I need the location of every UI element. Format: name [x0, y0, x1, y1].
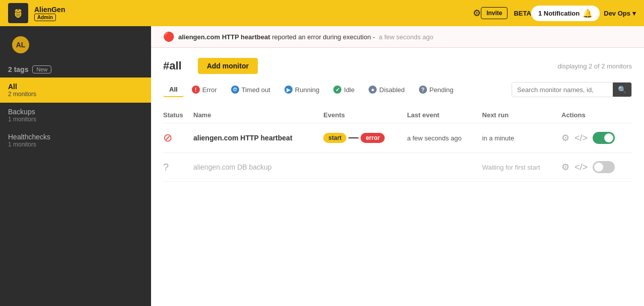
- event-error-badge: error: [361, 133, 385, 143]
- filter-timedout[interactable]: ⏱ Timed out: [225, 83, 276, 97]
- devops-button[interactable]: Dev Ops ▾: [604, 10, 636, 17]
- sidebar-item-backups[interactable]: Backups 1 monitors: [0, 103, 151, 128]
- main-layout: AL 2 tags New All 2 monitors Backups 1 m…: [0, 26, 644, 306]
- filter-all-label: All: [169, 86, 178, 93]
- sidebar-item-backups-name: Backups: [8, 108, 143, 116]
- row2-actions-cell: ⚙ </>: [561, 153, 632, 182]
- error-status-icon: ⊘: [163, 131, 172, 144]
- row1-events-cell: start error: [323, 123, 407, 153]
- sidebar-item-healthchecks-count: 1 monitors: [8, 141, 143, 148]
- filter-pending[interactable]: ? Pending: [413, 83, 460, 97]
- avatar: AL: [12, 36, 29, 53]
- search-box: 🔍: [512, 82, 632, 97]
- row1-last-event-cell: a few seconds ago: [407, 123, 482, 153]
- th-status: Status: [163, 107, 193, 123]
- row1-settings-icon[interactable]: ⚙: [561, 132, 569, 143]
- row1-status-cell: ⊘: [163, 123, 193, 153]
- table-row: ⊘ aliengen.com HTTP heartbeat start erro…: [163, 123, 632, 153]
- row1-actions-cell: ⚙ </>: [561, 123, 632, 153]
- filter-all[interactable]: All: [163, 83, 184, 97]
- notification-label: 1 Notification: [538, 10, 580, 17]
- row1-code-icon[interactable]: </>: [575, 133, 588, 143]
- sidebar-item-healthchecks[interactable]: Healthchecks 1 monitors: [0, 128, 151, 153]
- row2-settings-icon[interactable]: ⚙: [561, 162, 569, 173]
- filter-error[interactable]: ! Error: [186, 83, 223, 97]
- row2-name-cell: aliengen.com DB backup: [193, 153, 323, 182]
- displaying-label: displaying 2 of 2 monitors: [558, 62, 632, 70]
- top-bar: AlienGen Admin ⚙ Invite BETA 1 Notificat…: [0, 0, 644, 26]
- filter-disabled-label: Disabled: [379, 86, 405, 94]
- sidebar-item-all-count: 2 monitors: [8, 91, 143, 98]
- monitors-table: Status Name Events Last event Next run A…: [163, 107, 632, 182]
- sidebar-item-all-name: All: [8, 83, 143, 91]
- filter-disabled[interactable]: ● Disabled: [363, 83, 411, 97]
- sidebar-item-backups-count: 1 monitors: [8, 116, 143, 123]
- add-monitor-button[interactable]: Add monitor: [198, 58, 258, 74]
- row1-last-event: a few seconds ago: [407, 134, 461, 142]
- row2-toggle[interactable]: [593, 161, 615, 173]
- row2-events-cell: [323, 153, 407, 182]
- filter-pending-label: Pending: [430, 86, 454, 94]
- content-inner: #all Add monitor displaying 2 of 2 monit…: [151, 48, 644, 306]
- filter-idle-label: Idle: [344, 86, 354, 94]
- chevron-down-icon: ▾: [632, 10, 636, 17]
- notification-time: a few seconds ago: [379, 33, 433, 41]
- th-last-event: Last event: [407, 107, 482, 123]
- th-name: Name: [193, 107, 323, 123]
- idle-icon: ✓: [333, 86, 341, 94]
- row2-last-event-cell: [407, 153, 482, 182]
- timeout-icon: ⏱: [231, 86, 239, 94]
- search-button[interactable]: 🔍: [613, 83, 631, 97]
- tags-row: 2 tags New: [0, 59, 151, 78]
- settings-icon[interactable]: ⚙: [473, 8, 481, 19]
- th-events: Events: [323, 107, 407, 123]
- devops-label: Dev Ops: [604, 10, 630, 17]
- username-label: AlienGen: [34, 6, 473, 14]
- th-actions: Actions: [561, 107, 632, 123]
- search-input[interactable]: [512, 83, 613, 97]
- notification-bar: 🔴 aliengen.com HTTP heartbeat reported a…: [151, 26, 644, 48]
- filter-error-label: Error: [202, 86, 217, 94]
- th-next-run: Next run: [482, 107, 561, 123]
- row2-status-cell: ?: [163, 153, 193, 182]
- content-header: #all Add monitor displaying 2 of 2 monit…: [163, 58, 632, 74]
- sidebar-item-all[interactable]: All 2 monitors: [0, 78, 151, 103]
- notification-monitor-name: aliengen.com HTTP heartbeat: [178, 33, 270, 41]
- error-icon: !: [192, 86, 200, 94]
- filter-running[interactable]: ▶ Running: [278, 83, 325, 97]
- content-area: 🔴 aliengen.com HTTP heartbeat reported a…: [151, 26, 644, 306]
- invite-button[interactable]: Invite: [481, 7, 508, 19]
- filter-idle[interactable]: ✓ Idle: [327, 83, 361, 97]
- row2-code-icon[interactable]: </>: [575, 162, 588, 173]
- tags-label: 2 tags: [8, 65, 28, 73]
- row1-name-cell: aliengen.com HTTP heartbeat: [193, 123, 323, 153]
- notification-text: aliengen.com HTTP heartbeat reported an …: [178, 33, 434, 41]
- running-icon: ▶: [284, 86, 293, 94]
- event-start-badge: start: [323, 133, 346, 143]
- sidebar: AL 2 tags New All 2 monitors Backups 1 m…: [0, 26, 151, 306]
- new-tag-button[interactable]: New: [32, 65, 51, 73]
- pending-icon: ?: [419, 86, 427, 94]
- row1-toggle[interactable]: [593, 132, 615, 144]
- bell-icon: 🔔: [583, 9, 593, 18]
- notification-message: reported an error during execution -: [272, 33, 375, 41]
- admin-badge: Admin: [34, 14, 56, 21]
- row1-monitor-name[interactable]: aliengen.com HTTP heartbeat: [193, 134, 293, 142]
- pending-status-icon: ?: [163, 162, 169, 173]
- row1-next-run: in a minute: [482, 134, 515, 142]
- filter-timedout-label: Timed out: [242, 86, 270, 94]
- page-title: #all: [163, 59, 182, 72]
- row2-actions: ⚙ </>: [561, 161, 626, 173]
- sidebar-item-healthchecks-name: Healthchecks: [8, 133, 143, 141]
- filter-tabs: All ! Error ⏱ Timed out ▶ Running ✓ Idle: [163, 82, 632, 97]
- row1-next-run-cell: in a minute: [482, 123, 561, 153]
- table-row: ? aliengen.com DB backup Waiting for fir…: [163, 153, 632, 182]
- disabled-icon: ●: [369, 86, 377, 94]
- app-logo: [8, 3, 28, 23]
- user-info: AlienGen Admin: [34, 6, 473, 21]
- row2-next-run: Waiting for first start: [482, 164, 540, 171]
- row2-monitor-name[interactable]: aliengen.com DB backup: [193, 163, 272, 171]
- row1-event-flow: start error: [323, 133, 401, 143]
- beta-label: BETA: [514, 10, 531, 17]
- notification-button[interactable]: 1 Notification 🔔: [531, 6, 600, 21]
